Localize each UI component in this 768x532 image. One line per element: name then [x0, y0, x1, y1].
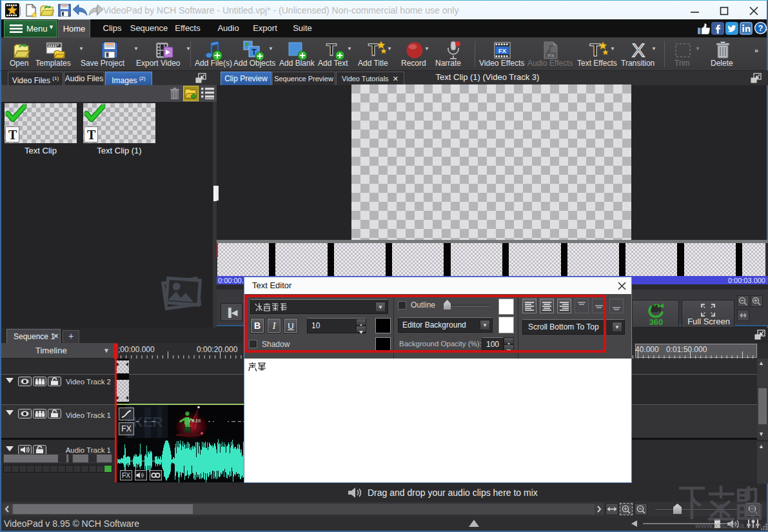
svg-text:Y.K.Elt: Y.K.Elt — [188, 419, 201, 423]
svg-text:FX: FX — [547, 53, 555, 59]
svg-text:?: ? — [758, 23, 763, 33]
svg-text:0:00:20.000: 0:00:20.000 — [197, 345, 238, 354]
svg-text:T: T — [368, 40, 379, 59]
svg-text:KER: KER — [133, 414, 163, 430]
svg-text:0:01:50.000: 0:01:50.000 — [666, 345, 707, 354]
svg-text:FX: FX — [498, 47, 507, 54]
svg-text:;00:00.000: ;00:00.000 — [118, 345, 155, 354]
svg-text:T: T — [589, 40, 600, 60]
svg-text:40.000: 40.000 — [635, 345, 659, 354]
svg-text:X: X — [632, 40, 645, 61]
svg-text:www.xiazaiba.com: www.xiazaiba.com — [695, 521, 762, 530]
